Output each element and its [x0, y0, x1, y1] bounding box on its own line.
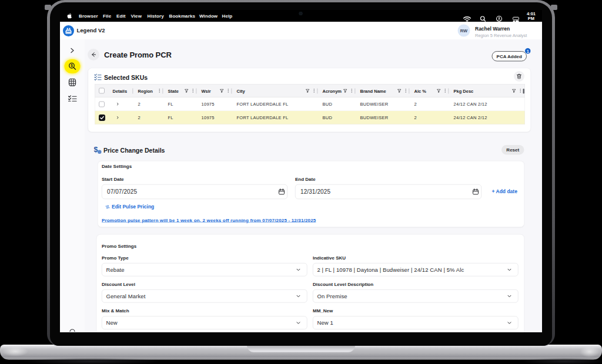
svg-text:$: $ — [71, 63, 73, 68]
